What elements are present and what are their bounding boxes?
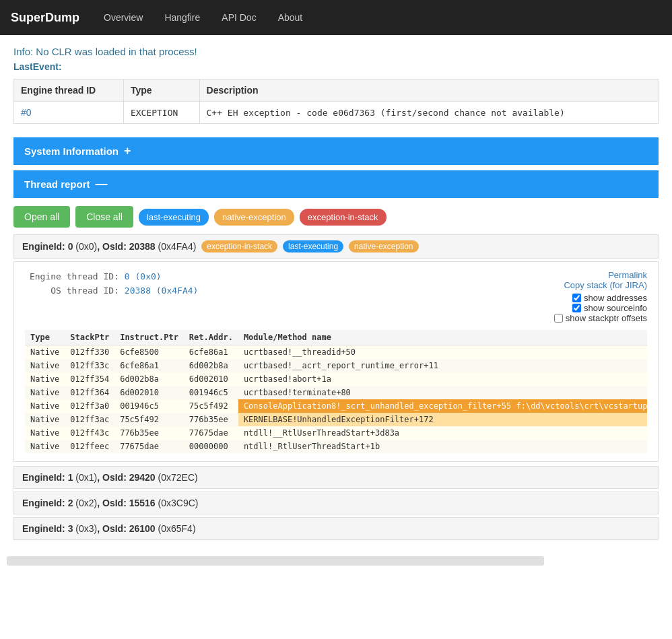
show-sourceinfo-label: show sourceinfo xyxy=(584,303,647,313)
thread-report-header: Thread report — xyxy=(13,170,659,198)
close-all-button[interactable]: Close all xyxy=(75,206,133,228)
system-info-header: System Information + xyxy=(13,137,659,165)
thread-report-label: Thread report xyxy=(24,178,90,190)
engine-3-row[interactable]: EngineId: 3 (0x3), OsId: 26100 (0x65F4) xyxy=(13,517,659,540)
info-banner: Info: No CLR was loaded in that process! xyxy=(13,46,659,57)
stack-row: Native 012ffeec 77675dae 00000000 ntdll!… xyxy=(25,440,647,453)
nav-hangfire[interactable]: Hangfire xyxy=(156,8,208,27)
thread-0-detail: Engine thread ID: 0 (0x0) OS thread ID: … xyxy=(13,261,659,462)
engine-1-label: EngineId: 1 (0x1), OsId: 29420 (0x72EC) xyxy=(22,472,198,483)
thread-checkboxes: show addresses show sourceinfo show stac… xyxy=(554,293,647,323)
copy-stack-link[interactable]: Copy stack xyxy=(564,280,607,290)
thread-ids: Engine thread ID: 0 (0x0) OS thread ID: … xyxy=(25,270,198,298)
engine-2-label: EngineId: 2 (0x2), OsId: 15516 (0x3C9C) xyxy=(22,498,198,508)
show-stackptr-label: show stackptr offsets xyxy=(566,313,647,323)
os-thread-id-value[interactable]: 20388 (0x4FA4) xyxy=(125,285,199,296)
show-stackptr-checkbox[interactable] xyxy=(554,314,563,323)
thread-report-toggle[interactable]: — xyxy=(96,177,108,191)
thread-meta: Engine thread ID: 0 (0x0) OS thread ID: … xyxy=(25,270,647,323)
exception-type: EXCEPTION xyxy=(123,102,199,124)
stack-row: Native 012ff43c 776b35ee 77675dae ntdll!… xyxy=(25,426,647,440)
badge-native-exception[interactable]: native-exception xyxy=(214,209,294,226)
show-addresses-checkbox[interactable] xyxy=(572,294,581,302)
badge-last-executing-inline: last-executing xyxy=(283,240,343,253)
last-event-table: Engine thread ID Type Description #0 EXC… xyxy=(13,79,659,124)
engine-thread-id-label: Engine thread ID: xyxy=(25,270,119,284)
nav-about[interactable]: About xyxy=(270,8,311,27)
navbar: SuperDump Overview Hangfire API Doc Abou… xyxy=(0,0,672,35)
show-addresses-label: show addresses xyxy=(584,293,647,303)
bottom-scrollbar[interactable] xyxy=(7,556,544,566)
thread-id-link[interactable]: #0 xyxy=(21,107,32,118)
stack-row: Native 012ff364 6d002010 001946c5 ucrtba… xyxy=(25,386,647,399)
engine-2-row[interactable]: EngineId: 2 (0x2), OsId: 15516 (0x3C9C) xyxy=(13,492,659,514)
stack-table: Type StackPtr Instruct.Ptr Ret.Addr. Mod… xyxy=(25,330,647,453)
engine-3-label: EngineId: 3 (0x3), OsId: 26100 (0x65F4) xyxy=(22,523,196,534)
col-retaddr: Ret.Addr. xyxy=(184,330,238,345)
engine-0-row[interactable]: EngineId: 0 (0x0), OsId: 20388 (0x4FA4) … xyxy=(13,234,659,259)
main-content: Info: No CLR was loaded in that process!… xyxy=(0,35,672,553)
open-all-button[interactable]: Open all xyxy=(13,206,70,228)
stack-row: Native 012ff330 6cfe8500 6cfe86a1 ucrtba… xyxy=(25,345,647,360)
col-type: Type xyxy=(25,330,65,345)
stack-row: Native 012ff354 6d002b8a 6d002010 ucrtba… xyxy=(25,372,647,386)
col-instructptr: Instruct.Ptr xyxy=(114,330,184,345)
brand-link[interactable]: SuperDump xyxy=(11,11,79,25)
engine-0-label: EngineId: 0 (0x0), OsId: 20388 (0x4FA4) xyxy=(22,241,196,252)
col-stackptr: StackPtr xyxy=(65,330,114,345)
exception-description: C++ EH exception - code e06d7363 (first/… xyxy=(199,102,658,124)
badge-exception-in-stack-inline: exception-in-stack xyxy=(201,240,277,253)
os-thread-id-label: OS thread ID: xyxy=(25,284,119,298)
thread-buttons-row: Open all Close all last-executing native… xyxy=(13,199,659,234)
thread-report-section: Thread report — Open all Close all last-… xyxy=(13,170,659,540)
permalink-link[interactable]: Permalink xyxy=(608,270,647,280)
col-type: Type xyxy=(123,79,199,102)
table-row: #0 EXCEPTION C++ EH exception - code e06… xyxy=(14,102,659,124)
stack-row: Native 012ff3a0 001946c5 75c5f492 Consol… xyxy=(25,399,647,413)
last-event-label: LastEvent: xyxy=(13,61,659,72)
nav-apidoc[interactable]: API Doc xyxy=(213,8,264,27)
stack-row: Native 012ff3ac 75c5f492 776b35ee KERNEL… xyxy=(25,413,647,426)
stack-row: Native 012ff33c 6cfe86a1 6d002b8a ucrtba… xyxy=(25,359,647,372)
badge-last-executing[interactable]: last-executing xyxy=(139,209,209,226)
engine-1-row[interactable]: EngineId: 1 (0x1), OsId: 29420 (0x72EC) xyxy=(13,466,659,489)
col-method: Module/Method name xyxy=(238,330,647,345)
for-jira-link[interactable]: (for JIRA) xyxy=(609,280,647,290)
nav-overview[interactable]: Overview xyxy=(96,8,151,27)
stack-scroll: Type StackPtr Instruct.Ptr Ret.Addr. Mod… xyxy=(25,330,647,453)
nav-links: Overview Hangfire API Doc About xyxy=(96,8,310,27)
badge-exception-in-stack[interactable]: exception-in-stack xyxy=(300,209,387,226)
system-info-link[interactable]: System Information xyxy=(24,145,119,157)
badge-native-exception-inline: native-exception xyxy=(349,240,418,253)
system-info-toggle[interactable]: + xyxy=(124,144,131,158)
show-sourceinfo-checkbox[interactable] xyxy=(572,304,581,312)
engine-thread-id-value[interactable]: 0 (0x0) xyxy=(125,271,162,281)
col-description: Description xyxy=(199,79,658,102)
col-engine-thread-id: Engine thread ID xyxy=(14,79,124,102)
thread-actions: Permalink Copy stack (for JIRA) show add… xyxy=(554,270,647,323)
